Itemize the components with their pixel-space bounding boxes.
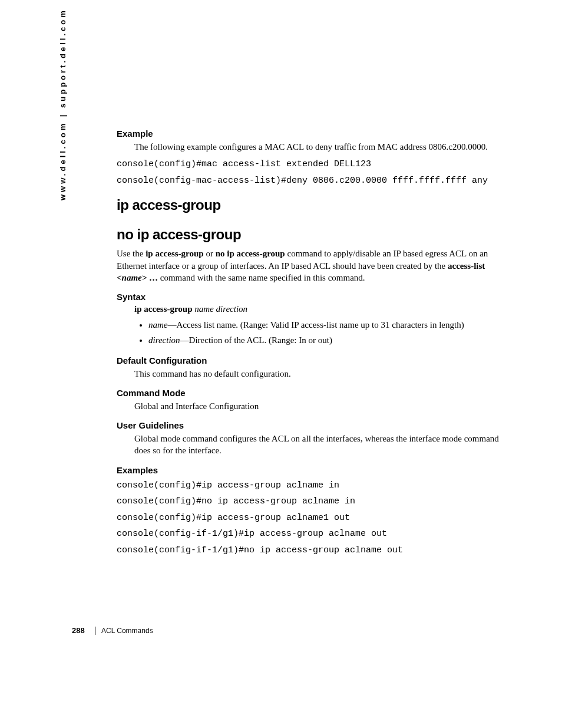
userguide-heading: User Guidelines [117,420,504,430]
examples-code-3: console(config)#ip access-group aclname1… [117,512,504,524]
userguide-body: Global mode command configures the ACL o… [134,433,504,457]
intro-text-2: or [204,249,216,258]
defcfg-body: This command has no default configuratio… [134,368,504,380]
examples-code-1: console(config)#ip access-group aclname … [117,480,504,492]
example-heading: Example [117,129,504,139]
bullet2-desc: —Direction of the ACL. (Range: In or out… [180,335,332,345]
examples-code-5: console(config-if-1/g1)#no ip access-gro… [117,545,504,556]
intro-bold-4: … [147,273,160,282]
examples-code-4: console(config-if-1/g1)#ip access-group … [117,528,504,540]
command-title-2: no ip access-group [117,226,504,243]
intro-bolditalic: <name> [117,273,147,282]
command-title-1: ip access-group [117,197,504,213]
syntax-args: name direction [192,304,247,314]
intro-bold-3: access-list [448,261,485,271]
syntax-heading: Syntax [117,292,504,302]
intro-bold-2: no ip access-group [216,249,285,258]
syntax-cmd: ip access-group [134,304,192,314]
example-code-1: console(config)#mac access-list extended… [117,159,504,170]
cmdmode-body: Global and Interface Configuration [134,400,504,412]
page-footer: 288 ACL Commands [72,626,153,635]
examples-heading: Examples [117,465,504,475]
bullet1-desc: —Access list name. (Range: Valid IP acce… [168,320,464,330]
intro-bold-1: ip access-group [146,249,203,258]
syntax-bullet-2: direction—Direction of the ACL. (Range: … [148,334,504,347]
page-content: Example The following example configures… [117,129,504,561]
chapter-name: ACL Commands [101,627,153,635]
example-code-2: console(config-mac-access-list)#deny 080… [117,175,504,187]
intro-text: Use the [117,249,146,258]
sidebar-url-text: www.dell.com | support.dell.com [58,8,67,200]
syntax-line: ip access-group name direction [134,304,504,314]
page-number: 288 [72,626,85,635]
examples-code-2: console(config)#no ip access-group aclna… [117,496,504,508]
bullet2-term: direction [148,335,180,345]
syntax-bullets: name—Access list name. (Range: Valid IP … [134,319,504,347]
example-body: The following example configures a MAC A… [134,141,504,153]
bullet1-term: name [148,320,168,330]
intro-paragraph: Use the ip access-group or no ip access-… [117,248,504,284]
intro-text-4: command with the same name specified in … [160,273,365,282]
cmdmode-heading: Command Mode [117,388,504,398]
syntax-bullet-1: name—Access list name. (Range: Valid IP … [148,319,504,332]
footer-divider [95,627,95,635]
defcfg-heading: Default Configuration [117,355,504,365]
